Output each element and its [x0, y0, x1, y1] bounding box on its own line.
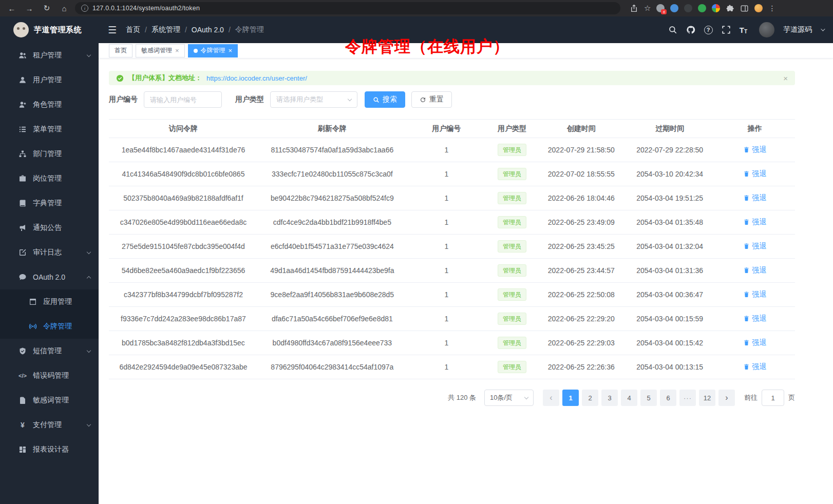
sidebar-item-dept[interactable]: 部门管理: [0, 142, 99, 166]
force-logout-button[interactable]: 强退: [743, 290, 766, 299]
table-row: f9336e7c7dd242a283ee98dc86b17a87dfa6c71a…: [109, 307, 795, 331]
create-time-cell: 2022-07-02 18:55:55: [538, 162, 625, 186]
sidebar-item-report-designer[interactable]: 报表设计器: [0, 437, 99, 462]
user-type-tag: 管理员: [498, 240, 526, 253]
sidebar-item-role[interactable]: 角色管理: [0, 92, 99, 117]
browser-menu-icon[interactable]: ⋮: [768, 4, 776, 12]
pagination-page-button[interactable]: 3: [601, 390, 618, 406]
app-logo-area[interactable]: 芋道管理系统: [0, 16, 99, 43]
extension-icon[interactable]: [698, 4, 706, 12]
user-id-cell: 1: [407, 283, 486, 307]
sidebar-item-sensitive-word[interactable]: 敏感词管理: [0, 388, 99, 413]
bookmark-star-icon[interactable]: ☆: [644, 4, 651, 13]
extension-icon[interactable]: [670, 4, 678, 12]
table-row: b0d1785bc3a8482f812db4a3f3bd15ecb0df4980…: [109, 331, 795, 355]
trash-icon: [743, 170, 750, 177]
sidebar-item-notice[interactable]: 通知公告: [0, 216, 99, 240]
site-info-icon[interactable]: i: [81, 5, 88, 12]
sidebar-item-label: 报表设计器: [33, 445, 90, 454]
fullscreen-icon[interactable]: [722, 25, 731, 34]
pagination-page-button[interactable]: 6: [660, 390, 676, 406]
sidebar-item-user[interactable]: 用户管理: [0, 68, 99, 92]
browser-profile-avatar[interactable]: [754, 4, 763, 12]
share-icon[interactable]: [630, 4, 638, 13]
force-logout-button[interactable]: 强退: [743, 218, 766, 227]
tab-home[interactable]: 首页: [109, 44, 132, 57]
user-type-select[interactable]: 请选择用户类型: [270, 91, 357, 108]
refresh-token-cell: 811c530487574fa0af1a59d3abc1aa66: [258, 138, 407, 162]
force-logout-button[interactable]: 强退: [743, 145, 766, 154]
search-button-label: 搜索: [383, 95, 397, 104]
alert-close-icon[interactable]: ×: [783, 74, 788, 83]
sidebar-item-menu[interactable]: 菜单管理: [0, 117, 99, 142]
extension-icon[interactable]: [684, 4, 692, 12]
forward-icon[interactable]: →: [23, 2, 36, 14]
github-icon[interactable]: [686, 25, 695, 34]
font-size-icon[interactable]: TT: [740, 26, 747, 34]
search-icon[interactable]: [668, 25, 677, 34]
sidebar-item-oauth2-application[interactable]: 应用管理: [0, 289, 99, 314]
url-bar[interactable]: i 127.0.0.1:1024/system/oauth2/token: [75, 2, 620, 14]
force-logout-button[interactable]: 强退: [743, 338, 766, 347]
pagination-page-button[interactable]: 4: [621, 390, 637, 406]
sidebar-collapse-icon[interactable]: ☰: [108, 24, 117, 36]
force-logout-button[interactable]: 强退: [743, 266, 766, 275]
tab-close-icon[interactable]: ×: [229, 47, 233, 54]
home-icon[interactable]: ⌂: [58, 2, 71, 14]
extension-icon[interactable]: [712, 4, 720, 12]
sidebar-item-oauth2-token[interactable]: 令牌管理: [0, 314, 99, 339]
table-row: 41c41346a548490f9dc8b01c6bfe0865333ecfc7…: [109, 162, 795, 186]
reload-icon[interactable]: ↻: [40, 2, 53, 14]
sidebar-item-tenant[interactable]: 租户管理: [0, 43, 99, 68]
sidebar-item-audit-log[interactable]: 审计日志: [0, 240, 99, 265]
force-logout-button[interactable]: 强退: [743, 193, 766, 203]
force-logout-button[interactable]: 强退: [743, 314, 766, 323]
pagination-page-button[interactable]: 5: [640, 390, 657, 406]
action-cell: 强退: [715, 210, 795, 235]
search-button[interactable]: 搜索: [365, 91, 405, 108]
pagination-total: 共 120 条: [448, 393, 476, 402]
sidebar-item-oauth2[interactable]: OAuth 2.0: [0, 265, 99, 289]
expire-time-cell: 2022-07-29 22:28:50: [625, 138, 715, 162]
user-avatar[interactable]: [759, 22, 774, 37]
access-token-cell: 502375b8040a469a9b82188afdf6af1f: [109, 186, 258, 210]
back-icon[interactable]: ←: [5, 2, 18, 14]
chevron-down-icon[interactable]: [821, 27, 825, 31]
check-circle-icon: [116, 74, 124, 82]
side-panel-icon[interactable]: [740, 4, 749, 13]
sidebar-item-pay[interactable]: ¥支付管理: [0, 413, 99, 437]
force-logout-button[interactable]: 强退: [743, 169, 766, 179]
oauth-icon: [18, 273, 27, 281]
reset-button[interactable]: 重置: [411, 91, 452, 108]
extension-icon[interactable]: 6: [656, 4, 665, 12]
extensions-puzzle-icon[interactable]: [726, 4, 734, 13]
force-logout-label: 强退: [752, 193, 766, 203]
breadcrumb-item[interactable]: 首页: [126, 25, 140, 34]
doc-link[interactable]: https://doc.iocoder.cn/user-center/: [206, 74, 307, 82]
dict-icon: [18, 199, 27, 207]
next-page-button[interactable]: ›: [718, 390, 735, 406]
user-name[interactable]: 芋道源码: [783, 25, 812, 34]
page-size-select[interactable]: 10条/页: [484, 390, 534, 406]
user-id-input[interactable]: [144, 91, 222, 108]
force-logout-button[interactable]: 强退: [743, 362, 766, 372]
tab-sensitive-word[interactable]: 敏感词管理×: [136, 44, 185, 57]
pagination-page-button[interactable]: 2: [582, 390, 598, 406]
pagination-page-button[interactable]: 1: [562, 390, 579, 406]
refresh-token-cell: 8796295f04064c2983414cc54af1097a: [258, 355, 407, 379]
sidebar-item-sms[interactable]: 短信管理: [0, 339, 99, 363]
tab-oauth2-token[interactable]: 令牌管理×: [188, 44, 238, 57]
tab-close-icon[interactable]: ×: [175, 47, 179, 54]
breadcrumb-item[interactable]: OAuth 2.0: [192, 26, 224, 34]
sidebar-item-post[interactable]: 岗位管理: [0, 166, 99, 191]
pagination-more-button[interactable]: ···: [679, 390, 696, 406]
sidebar-item-dict[interactable]: 字典管理: [0, 191, 99, 216]
sidebar-item-error-code[interactable]: </>错误码管理: [0, 363, 99, 388]
prev-page-button[interactable]: ‹: [543, 390, 559, 406]
help-icon[interactable]: ?: [704, 26, 713, 34]
breadcrumb-item[interactable]: 系统管理: [152, 25, 180, 34]
pagination-page-button[interactable]: 12: [699, 390, 715, 406]
force-logout-button[interactable]: 强退: [743, 242, 766, 251]
sidebar-item-label: OAuth 2.0: [33, 273, 81, 281]
goto-page-input[interactable]: [762, 390, 784, 406]
